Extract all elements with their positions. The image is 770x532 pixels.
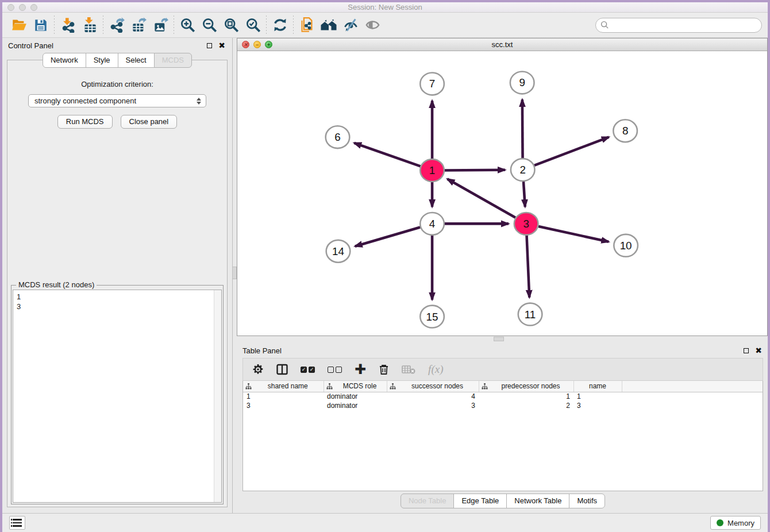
table-row[interactable]: 1 dominator 4 1 1 [243, 392, 763, 401]
column-header-name[interactable]: name [573, 381, 622, 392]
graph-edge-2-9[interactable] [522, 99, 523, 158]
tab-edge-table[interactable]: Edge Table [453, 494, 507, 508]
memory-button[interactable]: Memory [710, 516, 761, 530]
graph-node-8[interactable]: 8 [613, 119, 637, 142]
tab-network[interactable]: Network [43, 53, 86, 68]
search-field[interactable] [595, 18, 762, 33]
delete-table-button[interactable] [402, 364, 415, 375]
float-table-panel-icon[interactable] [741, 346, 750, 355]
network-window-title: scc.txt [237, 40, 767, 49]
deselect-all-button[interactable] [328, 367, 342, 373]
graph-edge-2-3[interactable] [523, 182, 525, 207]
graph-edge-3-1[interactable] [447, 179, 515, 218]
application-window: Session: New Session [0, 0, 770, 532]
result-scrollbar[interactable] [214, 290, 221, 502]
network-window-titlebar[interactable]: ✕ − + scc.txt [237, 38, 767, 51]
tab-mcds[interactable]: MCDS [154, 53, 192, 68]
graph-node-7[interactable]: 7 [420, 72, 444, 95]
export-image-button[interactable] [149, 15, 171, 36]
first-neighbors-button[interactable] [318, 15, 340, 36]
column-header-mcds-role[interactable]: MCDS role [324, 381, 387, 392]
float-panel-icon[interactable] [205, 41, 214, 50]
tab-select[interactable]: Select [118, 53, 155, 68]
node-table: shared name MCDS role successor nodes pr… [242, 381, 763, 491]
graph-node-2[interactable]: 2 [511, 159, 535, 181]
function-builder-button[interactable]: f(x) [428, 363, 443, 376]
task-history-button[interactable] [9, 516, 25, 530]
apply-layout-button[interactable] [269, 15, 291, 36]
splitter-handle[interactable] [494, 337, 504, 341]
checkboxes-unchecked-icon [328, 367, 342, 373]
zoom-fit-button[interactable] [220, 15, 242, 36]
close-table-panel-icon[interactable]: ✖ [754, 346, 763, 355]
import-table-button[interactable] [79, 15, 101, 36]
graph-edge-3-10[interactable] [538, 226, 609, 242]
graph-edge-3-11[interactable] [527, 236, 530, 298]
table-row[interactable]: 3 dominator 3 2 3 [243, 401, 763, 410]
graph-edge-4-14[interactable] [355, 227, 420, 246]
graph-node-3[interactable]: 3 [514, 213, 538, 235]
zoom-selected-button[interactable] [242, 15, 264, 36]
main-toolbar [2, 13, 768, 38]
column-header-successor-nodes[interactable]: successor nodes [387, 381, 479, 392]
trash-icon [379, 364, 389, 375]
hide-details-button[interactable] [361, 15, 383, 36]
close-panel-icon[interactable]: ✖ [217, 41, 226, 50]
graph-node-4[interactable]: 4 [420, 213, 444, 235]
graph-node-9[interactable]: 9 [510, 71, 534, 94]
os-titlebar: Session: New Session [2, 0, 768, 13]
export-network-button[interactable] [106, 15, 128, 36]
zoom-out-button[interactable] [198, 15, 220, 36]
delete-table-icon [402, 364, 415, 375]
splitter-handle[interactable] [232, 267, 237, 279]
import-network-icon [60, 17, 76, 33]
tab-node-table[interactable]: Node Table [401, 494, 455, 508]
import-network-button[interactable] [57, 15, 79, 36]
mcds-result-list[interactable]: 1 3 [13, 290, 214, 502]
table-settings-button[interactable] [252, 364, 264, 375]
new-network-from-selection-button[interactable] [296, 15, 318, 36]
graph-edge-2-8[interactable] [534, 137, 609, 165]
show-graphics-details-button[interactable] [340, 15, 361, 36]
svg-text:14: 14 [332, 245, 344, 257]
tab-network-table[interactable]: Network Table [506, 494, 569, 508]
mcds-result-title: MCDS result (2 nodes) [16, 280, 97, 289]
mcds-result-item: 3 [17, 302, 210, 311]
control-panel: Control Panel ✖ Network Style Select MCD… [2, 38, 232, 513]
graph-edge-1-2[interactable] [445, 170, 505, 171]
save-session-button[interactable] [30, 15, 52, 36]
export-image-icon [153, 17, 168, 33]
combo-stepper-icon [197, 98, 201, 105]
search-input[interactable] [613, 21, 757, 29]
graph-node-15[interactable]: 15 [420, 306, 444, 328]
horizontal-splitter[interactable] [237, 336, 768, 343]
close-panel-button[interactable]: Close panel [121, 115, 178, 129]
select-all-button[interactable]: ✓✓ [301, 367, 315, 373]
delete-column-button[interactable] [379, 364, 389, 375]
graph-edge-1-6[interactable] [354, 143, 420, 167]
run-mcds-button[interactable]: Run MCDS [57, 115, 113, 129]
open-session-icon [11, 17, 27, 33]
window-title: Session: New Session [2, 3, 768, 11]
tab-style[interactable]: Style [86, 53, 118, 68]
graph-node-6[interactable]: 6 [326, 126, 350, 148]
status-bar: Memory [2, 513, 768, 532]
graph-node-14[interactable]: 14 [326, 240, 351, 263]
optimization-criterion-value: strongly connected component [34, 97, 197, 105]
export-table-button[interactable] [128, 15, 149, 36]
apply-layout-icon [272, 17, 288, 33]
optimization-criterion-select[interactable]: strongly connected component [28, 94, 206, 107]
graph-node-10[interactable]: 10 [614, 234, 638, 257]
column-header-shared-name[interactable]: shared name [243, 381, 324, 392]
open-session-button[interactable] [8, 15, 30, 36]
create-column-button[interactable]: ✚ [355, 364, 366, 375]
graph-node-11[interactable]: 11 [518, 303, 542, 326]
network-canvas[interactable]: 7968124314101511 [237, 51, 767, 336]
column-header-predecessor-nodes[interactable]: predecessor nodes [479, 381, 573, 392]
graph-node-1[interactable]: 1 [420, 159, 444, 182]
show-column-button[interactable] [276, 364, 288, 375]
plus-icon: ✚ [355, 364, 366, 375]
zoom-in-button[interactable] [176, 15, 198, 36]
vertical-splitter[interactable] [232, 38, 237, 513]
tab-motifs[interactable]: Motifs [569, 494, 605, 508]
